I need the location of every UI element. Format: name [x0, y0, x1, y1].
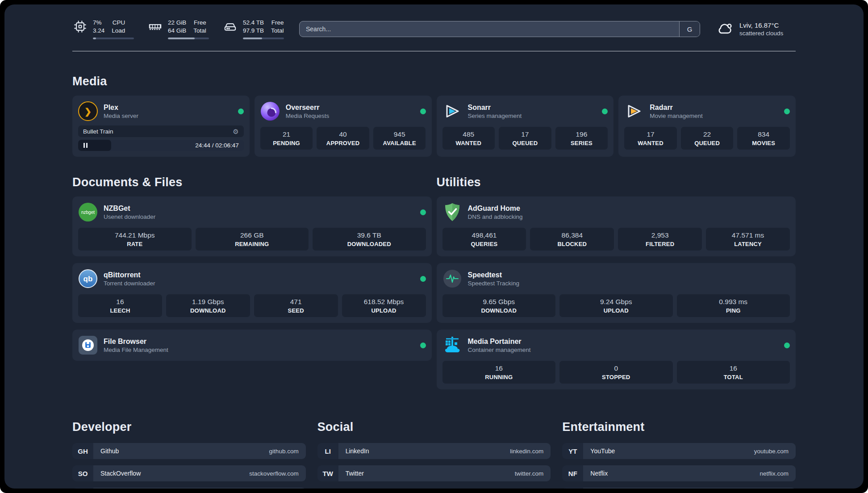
- service-card-sonarr[interactable]: Sonarr Series management 485 WANTED 17 Q…: [437, 96, 614, 157]
- status-dot: [420, 343, 426, 348]
- service-subtitle: Container management: [468, 347, 531, 353]
- plex-icon: ❯: [78, 101, 98, 121]
- stat-remaining: 266 GB REMAINING: [196, 228, 309, 251]
- service-title: Plex: [104, 104, 138, 112]
- bookmark-abbr: DT: [72, 488, 93, 489]
- service-title: File Browser: [104, 338, 168, 346]
- bookmark-netflix[interactable]: NF Netflix netflix.com: [562, 465, 796, 481]
- service-card-nzbget[interactable]: nzbget NZBGet Usenet downloader 744.21 M…: [72, 196, 432, 256]
- weather-widget[interactable]: Lviv, 16.87°C scattered clouds: [715, 19, 796, 39]
- cpu-labels: CPULoad: [112, 19, 125, 35]
- bookmark-url: stackoverflow.com: [249, 470, 298, 477]
- stat-upload: 618.52 Mbps UPLOAD: [342, 294, 426, 317]
- playback-time: 24:44 / 02:06:47: [195, 142, 239, 149]
- service-card-overseerr[interactable]: Overseerr Media Requests 21 PENDING 40 A…: [255, 96, 432, 157]
- service-card-portainer[interactable]: Media Portainer Container management 16 …: [437, 330, 796, 389]
- service-title: Media Portainer: [468, 338, 531, 346]
- section-title-social: Social: [317, 420, 551, 434]
- bookmark-reddit[interactable]: RE Reddit reddit.com: [562, 488, 796, 489]
- bookmark-abbr: GH: [72, 443, 93, 459]
- stat-blocked: 86,384 BLOCKED: [530, 228, 614, 251]
- service-subtitle: Torrent downloader: [104, 280, 155, 287]
- plex-now-playing: Bullet Train ⚙ 24:44 / 02:06:47: [78, 125, 244, 151]
- memory-progress-bar: [168, 38, 209, 40]
- stat-seed: 471 SEED: [254, 294, 338, 317]
- stat-queued: 22 QUEUED: [681, 127, 734, 150]
- service-subtitle: Media Requests: [286, 113, 330, 119]
- status-dot: [420, 276, 426, 282]
- stat-ping: 0.993 ms PING: [677, 294, 790, 317]
- service-subtitle: DNS and adblocking: [468, 213, 523, 220]
- status-dot: [784, 109, 790, 114]
- track-title: Bullet Train: [83, 128, 113, 135]
- stat-stopped: 0 STOPPED: [559, 361, 673, 384]
- service-subtitle: Media File Management: [104, 347, 168, 353]
- bookmark-stackoverflow[interactable]: SO StackOverflow stackoverflow.com: [72, 465, 306, 481]
- section-title-entertainment: Entertainment: [562, 420, 796, 434]
- stat-queries: 498,461 QUERIES: [442, 228, 526, 251]
- media-cards-row: ❯ Plex Media server Bullet Train ⚙ 24:44…: [72, 96, 796, 157]
- playback-progress-bar[interactable]: 24:44 / 02:06:47: [78, 140, 244, 151]
- service-card-qbittorrent[interactable]: qb qBittorrent Torrent downloader 16 LEE…: [72, 263, 432, 323]
- service-card-adguard[interactable]: AdGuard Home DNS and adblocking 498,461 …: [437, 196, 796, 256]
- disk-widget: 52.4 TB97.9 TB FreeTotal: [222, 19, 284, 40]
- service-title: Sonarr: [468, 104, 522, 112]
- service-card-radarr[interactable]: Radarr Movie management 17 WANTED 22 QUE…: [618, 96, 796, 157]
- svg-text:nzbget: nzbget: [81, 210, 95, 215]
- stat-available: 945 AVAILABLE: [373, 127, 426, 150]
- cpu-widget: 7%3.24 CPULoad: [72, 19, 134, 40]
- service-subtitle: Series management: [468, 113, 522, 119]
- speedtest-icon: [442, 269, 462, 288]
- service-title: AdGuard Home: [468, 205, 523, 213]
- memory-icon: [147, 19, 163, 34]
- cpu-icon: [72, 20, 88, 33]
- overseerr-icon: [260, 101, 280, 121]
- disk-progress-bar: [243, 38, 284, 40]
- gear-icon[interactable]: ⚙: [233, 128, 238, 135]
- utilities-column: Utilities AdGuard Home DNS and adblockin…: [437, 175, 796, 396]
- section-title-developer: Developer: [72, 420, 306, 434]
- bookmark-abbr: TW: [317, 465, 338, 481]
- service-card-filebrowser[interactable]: File Browser Media File Management: [72, 330, 432, 361]
- service-subtitle: Movie management: [650, 113, 703, 119]
- status-dot: [784, 343, 790, 348]
- bookmark-linkedin[interactable]: LI LinkedIn linkedin.com: [317, 443, 551, 459]
- top-bar: 7%3.24 CPULoad: [72, 16, 796, 42]
- weather-location: Lviv, 16.87°C: [739, 21, 783, 29]
- bookmark-twitter[interactable]: TW Twitter twitter.com: [317, 465, 551, 481]
- stat-rate: 744.21 Mbps RATE: [78, 228, 192, 251]
- bookmark-dev[interactable]: DT DEV dev.to: [72, 488, 306, 489]
- stat-movies: 834 MOVIES: [737, 127, 790, 150]
- search-bar: G: [299, 21, 700, 37]
- stat-approved: 40 APPROVED: [317, 127, 369, 150]
- bookmark-abbr: LI: [317, 443, 338, 459]
- stat-queued: 17 QUEUED: [499, 127, 551, 150]
- system-resources: 7%3.24 CPULoad: [72, 19, 284, 40]
- svg-text:qb: qb: [83, 275, 93, 283]
- stat-download: 1.19 Gbps DOWNLOAD: [166, 294, 250, 317]
- bookmark-abbr: NF: [562, 465, 583, 481]
- portainer-icon: [442, 335, 462, 355]
- search-input[interactable]: [299, 21, 700, 37]
- bookmark-url: github.com: [269, 448, 299, 455]
- bookmark-name: Twitter: [346, 470, 364, 477]
- nzbget-icon: nzbget: [78, 202, 98, 222]
- bookmark-url: twitter.com: [515, 470, 544, 477]
- stat-latency: 47.571 ms LATENCY: [706, 228, 790, 251]
- search-provider-button[interactable]: G: [679, 21, 700, 37]
- stat-filtered: 2,953 FILTERED: [618, 228, 702, 251]
- status-dot: [602, 109, 608, 114]
- qbittorrent-icon: qb: [78, 269, 98, 288]
- status-dot: [420, 109, 426, 114]
- bookmark-url: netflix.com: [760, 470, 789, 477]
- bookmark-github[interactable]: GH Github github.com: [72, 443, 306, 459]
- radarr-icon: [624, 101, 644, 121]
- pause-icon[interactable]: [83, 143, 85, 148]
- status-dot: [238, 109, 244, 114]
- service-title: qBittorrent: [104, 271, 155, 279]
- cpu-progress-bar: [93, 38, 134, 40]
- bookmark-youtube[interactable]: YT YouTube youtube.com: [562, 443, 796, 459]
- weather-texts: Lviv, 16.87°C scattered clouds: [739, 21, 783, 37]
- service-card-speedtest[interactable]: Speedtest Speedtest Tracking 9.65 Gbps D…: [437, 263, 796, 323]
- service-card-plex[interactable]: ❯ Plex Media server Bullet Train ⚙ 24:44…: [72, 96, 250, 157]
